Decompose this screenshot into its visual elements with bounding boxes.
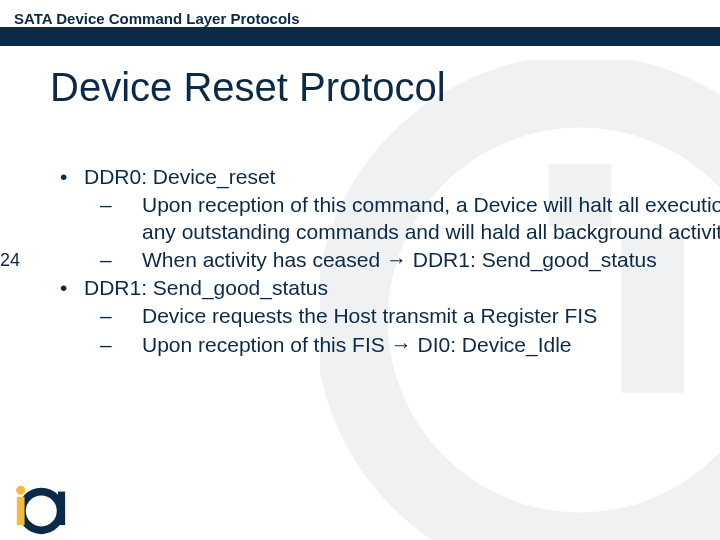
sub-item: – Upon reception of this command, a Devi… [100, 192, 720, 245]
header-bar [0, 24, 720, 46]
dash-mark: – [100, 332, 142, 358]
iol-logo-icon [6, 480, 74, 538]
sub-item: – Upon reception of this FIS → DI0: Devi… [100, 332, 720, 358]
bullet-item: • DDR1: Send_good_status [60, 275, 720, 301]
bullet-item: • DDR0: Device_reset [60, 164, 720, 190]
dash-mark: – [100, 192, 142, 245]
svg-point-3 [22, 492, 61, 531]
page-number: 24 [0, 250, 720, 271]
sub-text: Upon reception of this command, a Device… [142, 192, 720, 245]
page-title: Device Reset Protocol [50, 65, 720, 110]
svg-rect-6 [58, 492, 65, 526]
bullet-mark: • [60, 275, 84, 301]
bullet-label: DDR1: Send_good_status [84, 275, 328, 301]
svg-rect-4 [17, 497, 25, 525]
sub-item: – Device requests the Host transmit a Re… [100, 303, 720, 329]
header-title: SATA Device Command Layer Protocols [0, 10, 720, 27]
dash-mark: – [100, 303, 142, 329]
svg-point-5 [16, 486, 25, 495]
sub-text: Upon reception of this FIS → DI0: Device… [142, 332, 720, 358]
sub-text: Device requests the Host transmit a Regi… [142, 303, 720, 329]
bullet-mark: • [60, 164, 84, 190]
bullet-label: DDR0: Device_reset [84, 164, 275, 190]
